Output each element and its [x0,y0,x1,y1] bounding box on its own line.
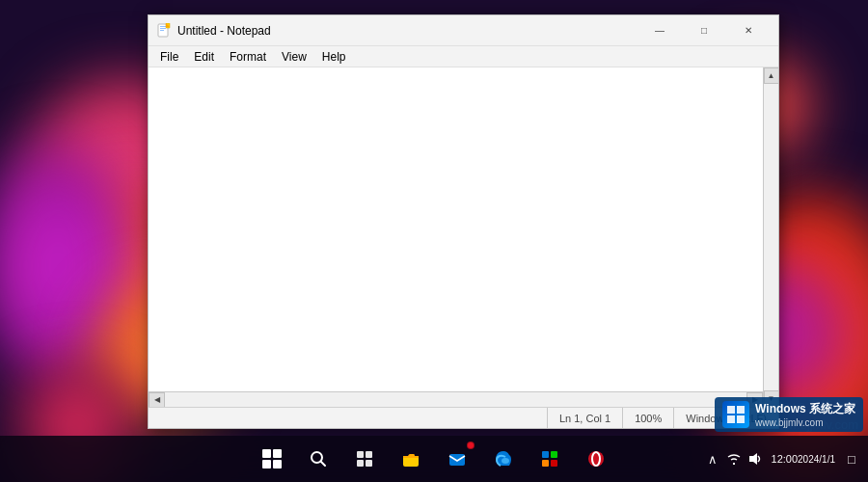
svg-rect-19 [542,460,549,467]
mail-button[interactable] [436,438,478,480]
svg-point-21 [588,451,604,467]
task-view-button[interactable] [343,438,386,480]
opera-icon [586,449,606,469]
desktop: Windows 系统之家 www.bjjmlv.com Untitled - N… [0,0,868,482]
scroll-track-vertical[interactable] [764,84,778,390]
network-icon [726,451,742,467]
menu-help[interactable]: Help [314,48,354,66]
menu-bar: File Edit Format View Help [149,46,778,67]
tray-up-icon[interactable]: ∧ [704,450,721,468]
explorer-button[interactable] [390,438,432,480]
scrollbar-bottom[interactable]: ◀ ▶ [149,391,763,407]
menu-edit[interactable]: Edit [186,48,222,66]
search-button[interactable] [297,438,339,480]
svg-marker-23 [749,453,757,465]
taskbar-center [251,438,617,480]
svg-rect-2 [160,28,166,29]
edge-icon [494,449,513,469]
svg-rect-3 [160,30,164,31]
tray-network-icon[interactable] [725,450,743,468]
minimize-button[interactable]: — [637,15,682,46]
notification-badge [467,442,475,449]
title-bar: Untitled - Notepad — □ ✕ [149,15,778,46]
windows-badge: Windows 系统之家 www.bjjmlv.com [715,397,863,432]
svg-rect-13 [357,460,364,467]
edge-button[interactable] [482,438,525,480]
svg-rect-11 [357,451,364,458]
status-empty [149,408,548,428]
svg-rect-8 [737,415,745,423]
text-input[interactable] [149,67,763,391]
scroll-up-arrow[interactable]: ▲ [764,67,779,84]
task-view-icon [356,450,373,468]
volume-icon [747,451,763,467]
scrollbar-right[interactable]: ▲ ▼ [763,67,778,407]
tray-date: 2024/1/1 [798,453,835,466]
opera-button[interactable] [575,438,617,480]
windows-badge-text: Windows 系统之家 www.bjjmlv.com [755,401,855,428]
svg-rect-17 [542,451,549,458]
svg-rect-15 [449,454,465,466]
notepad-window: Untitled - Notepad — □ ✕ File Edit Forma… [148,14,779,429]
system-tray: ∧ 12:00 2024/1/1 □ [696,436,868,482]
svg-rect-18 [551,451,557,458]
close-button[interactable]: ✕ [726,15,771,46]
mail-icon [448,449,467,469]
status-bar: Ln 1, Col 1 100% Windows (CRLF) [149,407,778,428]
svg-rect-7 [727,415,735,423]
menu-view[interactable]: View [274,48,314,66]
svg-rect-5 [727,406,735,414]
search-icon [310,450,327,468]
windows-badge-icon [722,401,749,428]
status-position: Ln 1, Col 1 [548,408,623,428]
windows-logo-icon [262,449,282,469]
svg-line-10 [321,462,326,467]
status-zoom: 100% [623,408,674,428]
maximize-button[interactable]: □ [682,15,726,46]
window-controls: — □ ✕ [637,15,771,46]
notepad-icon [156,23,172,39]
window-title: Untitled - Notepad [177,24,637,38]
tray-volume-icon[interactable] [746,450,764,468]
svg-rect-14 [366,460,372,467]
scroll-left-arrow[interactable]: ◀ [149,392,165,408]
tray-clock[interactable]: 12:00 2024/1/1 [768,450,839,468]
start-button[interactable] [251,438,293,480]
tray-notification-icon[interactable]: □ [843,450,860,468]
scroll-track-horizontal[interactable] [165,392,746,407]
menu-format[interactable]: Format [222,48,274,66]
svg-rect-20 [551,460,557,467]
store-button[interactable] [529,438,571,480]
svg-point-16 [502,458,509,464]
store-icon [540,449,559,469]
menu-file[interactable]: File [152,48,186,66]
svg-rect-12 [366,451,372,458]
svg-rect-6 [737,406,745,414]
taskbar: ∧ 12:00 2024/1/1 □ [0,436,868,482]
explorer-icon [400,448,421,469]
text-area-wrapper[interactable]: ▲ ▼ ◀ ▶ [149,67,778,407]
tray-time: 12:00 [772,452,799,466]
svg-rect-1 [160,26,166,27]
